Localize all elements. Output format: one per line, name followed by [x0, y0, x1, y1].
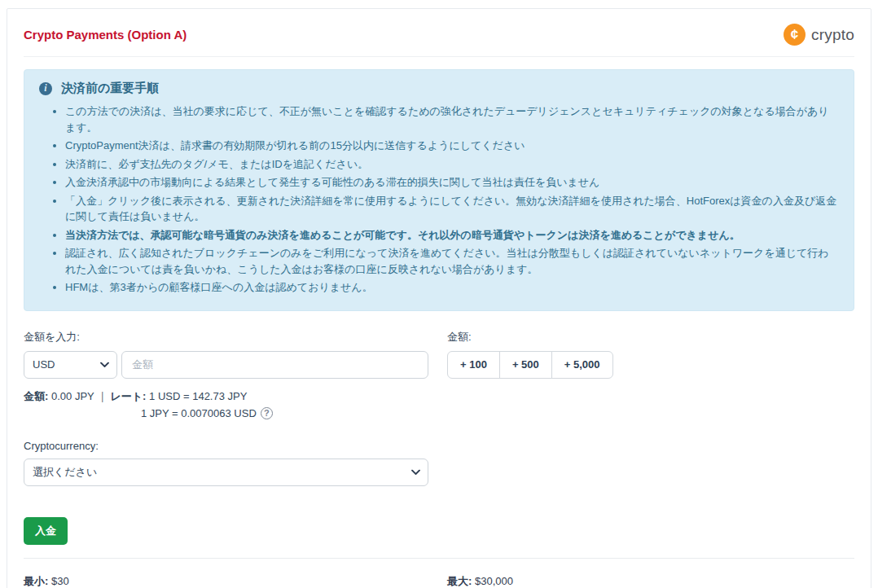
rate-label: レート:	[110, 390, 146, 402]
quick-amount-label: 金額:	[447, 330, 856, 344]
conversion-rate-block: 金額: 0.00 JPY ｜ レート: 1 USD = 142.73 JPY 1…	[24, 388, 428, 422]
footer-divider	[24, 558, 854, 559]
notice-item: CryptoPayment決済は、請求書の有効期限が切れる前の15分以内に送信す…	[65, 138, 839, 154]
rate-jpy-to-usd-line: 1 JPY = 0.0070063 USD ?	[24, 405, 428, 422]
rate-usd-to-jpy: 1 USD = 142.73 JPY	[149, 390, 247, 402]
currency-select[interactable]: USD	[24, 351, 117, 379]
info-icon: i	[39, 82, 52, 95]
notice-item: 入金決済承認中の市場動向による結果として発生する可能性のある滞在的損失に関して当…	[65, 174, 839, 191]
max-limit: 最大: $30,000	[447, 574, 856, 588]
add-5000-button[interactable]: + 5,000	[551, 351, 613, 379]
notice-list: この方法での決済は、当社の要求に応じて、不正が無いことを確認するための強化された…	[65, 103, 839, 296]
max-value: $30,000	[475, 575, 513, 587]
amount-input[interactable]	[121, 351, 428, 379]
quick-amount-button-group: + 100 + 500 + 5,000	[447, 351, 613, 379]
rate-jpy-to-usd: 1 JPY = 0.0070063 USD	[141, 405, 257, 422]
notice-item: この方法での決済は、当社の要求に応じて、不正が無いことを確認するための強化された…	[65, 103, 839, 135]
card-header: Crypto Payments (Option A) ¢ crypto	[24, 24, 854, 57]
crypto-logo: ¢ crypto	[784, 24, 854, 46]
amount-form-row: 金額を入力: USD 金額: 0.00 JPY ｜ レート:	[24, 330, 854, 422]
cryptocurrency-select[interactable]: 選択ください	[24, 459, 428, 486]
notice-item: 認証され、広く認知されたブロックチェーンのみをご利用になって決済を進めてください…	[65, 245, 839, 277]
pre-payment-notice: i 決済前の重要手順 この方法での決済は、当社の要求に応じて、不正が無いことを確…	[24, 69, 854, 311]
quick-amount-column: 金額: + 100 + 500 + 5,000	[447, 330, 856, 422]
cryptocurrency-select-wrap: 選択ください	[24, 459, 428, 486]
help-icon[interactable]: ?	[261, 407, 273, 419]
notice-title: 決済前の重要手順	[61, 81, 159, 96]
converted-amount-value: 0.00 JPY	[51, 390, 94, 402]
notice-item-important: 当決済方法では、承認可能な暗号通貨のみ決済を進めることが可能です。それ以外の暗号…	[65, 227, 839, 244]
crypto-payments-card: Crypto Payments (Option A) ¢ crypto i 決済…	[7, 8, 871, 588]
amount-input-group: USD	[24, 351, 428, 379]
min-value: $30	[51, 575, 69, 587]
converted-amount-label: 金額:	[24, 390, 48, 402]
crypto-coin-icon: ¢	[784, 24, 806, 46]
add-500-button[interactable]: + 500	[499, 351, 552, 379]
deposit-button[interactable]: 入金	[24, 517, 68, 545]
notice-item: 「入金」クリック後に表示される、更新された決済詳細を常に使用するようにしてくださ…	[65, 193, 839, 225]
cryptocurrency-label: Cryptocurrency:	[24, 440, 854, 452]
max-label: 最大:	[447, 575, 472, 587]
cryptocurrency-section: Cryptocurrency: 選択ください	[24, 440, 854, 486]
notice-item: HFMは、第3者からの顧客様口座への入金は認めておりません。	[65, 279, 839, 296]
min-limit: 最小: $30	[24, 574, 428, 588]
page-title: Crypto Payments (Option A)	[24, 28, 187, 42]
min-label: 最小:	[24, 575, 48, 587]
currency-select-wrap: USD	[24, 351, 117, 379]
amount-input-label: 金額を入力:	[24, 330, 428, 344]
notice-item: 決済前に、必ず支払先のタグ/メモ、またはIDを追記ください。	[65, 156, 839, 173]
amount-column: 金額を入力: USD 金額: 0.00 JPY ｜ レート:	[24, 330, 428, 422]
converted-amount-line: 金額: 0.00 JPY ｜ レート: 1 USD = 142.73 JPY	[24, 388, 428, 405]
limits-row: 最小: $30 最大: $30,000	[24, 574, 854, 588]
separator: ｜	[97, 390, 108, 402]
add-100-button[interactable]: + 100	[447, 351, 500, 379]
crypto-logo-text: crypto	[811, 26, 854, 44]
notice-header: i 決済前の重要手順	[39, 81, 839, 96]
